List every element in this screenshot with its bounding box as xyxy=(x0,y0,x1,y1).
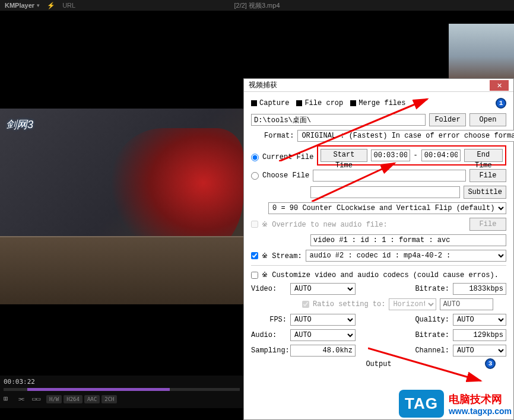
game-logo-overlay: 剑网3 xyxy=(6,117,33,132)
ratio-checkbox xyxy=(302,301,309,308)
progress-bar[interactable] xyxy=(4,388,240,391)
current-file-label: Current File xyxy=(262,153,313,161)
square-icon xyxy=(350,100,356,106)
time-dash: - xyxy=(414,151,418,160)
folder-path-input[interactable] xyxy=(251,114,426,126)
quality-label: Quality: xyxy=(415,316,449,324)
stream-tags: H/WH264AAC2CH xyxy=(46,396,119,402)
capture-dialog: 视频捕获 ✕ Capture File crop Merge files 1 F… xyxy=(243,78,514,420)
fps-select[interactable]: AUTO xyxy=(290,314,356,326)
customize-checkbox[interactable] xyxy=(251,272,258,279)
sampling-label: Sampling: xyxy=(251,346,287,355)
video-bitrate-label: Bitrate: xyxy=(415,285,449,293)
tab-row: Capture File crop Merge files 1 xyxy=(251,98,506,109)
folder-button[interactable]: Folder xyxy=(429,113,466,126)
progress-fill xyxy=(27,388,170,391)
format-select[interactable]: ORIGINAL : (Fastest) In case of error ch… xyxy=(297,130,514,142)
grid-icon[interactable]: ⊞ xyxy=(4,394,12,403)
channel-select[interactable]: AUTO xyxy=(453,345,506,357)
url-label[interactable]: URL xyxy=(62,2,75,9)
tab-merge[interactable]: Merge files xyxy=(350,99,405,107)
close-button[interactable]: ✕ xyxy=(490,80,509,91)
stream-label: ※ Stream: xyxy=(262,252,302,260)
time-range-box: Start Time - End Time xyxy=(317,145,506,166)
watermark-tag: TAG xyxy=(399,390,444,418)
chevron-down-icon[interactable]: ▾ xyxy=(37,2,40,8)
end-time-button[interactable]: End Time xyxy=(464,149,503,162)
tag-codec: H264 xyxy=(64,395,83,403)
window-title: [2/2] 视频3.mp4 xyxy=(234,1,280,10)
app-logo: KMPlayer xyxy=(5,2,34,9)
audio-bitrate-input[interactable] xyxy=(453,329,506,341)
timecode: 00:03:22 xyxy=(4,378,240,386)
rotation-select[interactable]: 0 = 90 Counter CLockwise and Vertical Fl… xyxy=(268,202,506,214)
subtitle-button[interactable]: Subtitle xyxy=(464,186,506,199)
vr-icon[interactable]: ▭▭ xyxy=(32,394,40,403)
stream-select[interactable]: audio #2 : codec id : mp4a-40-2 : xyxy=(306,250,506,262)
sampling-input[interactable] xyxy=(290,345,356,357)
override-file-button: File xyxy=(469,218,506,231)
audio-codec-select[interactable]: AUTO xyxy=(290,329,356,341)
square-icon xyxy=(251,100,257,106)
stream-checkbox[interactable] xyxy=(251,252,258,259)
file-button[interactable]: File xyxy=(469,169,506,182)
bolt-icon[interactable]: ⚡ xyxy=(47,2,55,9)
choose-file-radio[interactable] xyxy=(251,172,259,180)
tab-filecrop[interactable]: File crop xyxy=(296,99,343,107)
current-file-radio[interactable] xyxy=(251,154,259,161)
dialog-title: 视频捕获 xyxy=(249,80,277,90)
square-icon xyxy=(296,100,302,106)
topbar: KMPlayer ▾ ⚡ URL [2/2] 视频3.mp4 xyxy=(0,0,514,11)
audio-label: Audio: xyxy=(251,331,287,339)
video-label: Video: xyxy=(251,285,287,293)
subtitle-input[interactable] xyxy=(310,186,460,198)
open-button[interactable]: Open xyxy=(469,113,506,126)
quality-select[interactable]: AUTO xyxy=(453,314,506,326)
annotation-badge-1: 1 xyxy=(496,98,506,109)
player-bottombar: 00:03:22 ⊞ ⫘ ▭▭ H/WH264AAC2CH xyxy=(0,376,243,408)
choose-file-label: Choose File xyxy=(262,171,309,180)
choose-file-input[interactable] xyxy=(313,170,466,182)
start-time-input[interactable] xyxy=(371,149,410,161)
tag-audio: AAC xyxy=(84,395,100,403)
watermark: TAG 电脑技术网 www.tagxp.com xyxy=(396,387,514,420)
dialog-titlebar[interactable]: 视频捕获 ✕ xyxy=(244,79,513,92)
video-bitrate-input[interactable] xyxy=(453,283,506,295)
channel-label: Channel: xyxy=(415,346,449,355)
ratio-label: Ratio setting to: xyxy=(313,300,385,308)
annotation-badge-3: 3 xyxy=(485,358,496,369)
video-codec-select[interactable]: AUTO xyxy=(290,283,356,295)
audio-bitrate-label: Bitrate: xyxy=(415,331,449,339)
video-frame[interactable]: 剑网3 xyxy=(0,109,243,304)
watermark-cn: 电脑技术网 xyxy=(449,392,512,406)
override-checkbox xyxy=(251,221,258,228)
ratio-value-input xyxy=(440,298,493,310)
tag-ch: 2CH xyxy=(101,395,117,403)
start-time-button[interactable]: Start Time xyxy=(321,149,367,162)
video-info-field xyxy=(310,234,506,246)
format-label: Format: xyxy=(264,132,294,140)
end-time-input[interactable] xyxy=(421,149,461,161)
override-label: ※ Override to new audio file: xyxy=(262,220,388,229)
watermark-url: www.tagxp.com xyxy=(449,406,512,416)
customize-label: ※ Customize video and audio codecs (coul… xyxy=(262,271,499,279)
tag-hw: H/W xyxy=(46,395,62,403)
fps-label: FPS: xyxy=(251,316,287,324)
ratio-mode-select: Horizontal xyxy=(389,298,436,310)
tab-capture[interactable]: Capture xyxy=(251,99,289,107)
output-label: Output xyxy=(366,360,391,368)
video-content-ground xyxy=(0,236,243,305)
link-icon[interactable]: ⫘ xyxy=(18,394,26,403)
